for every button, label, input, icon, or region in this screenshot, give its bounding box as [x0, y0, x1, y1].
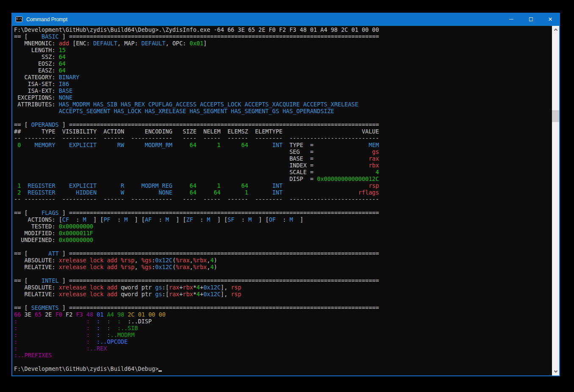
scrollbar-track[interactable] — [552, 26, 559, 375]
command-prompt-window: C:\ Command Prompt ✕ F:\Development\GitH… — [11, 13, 560, 376]
console-line: 1 REGISTER EXPLICIT R MODRM_REG 64 1 64 … — [14, 182, 552, 189]
console-line: ## TYPE VISIBILITY ACTION ENCODING SIZE … — [14, 128, 552, 135]
console-line: == [ OPERANDS ] ========================… — [14, 121, 552, 128]
console-line: MNEMONIC: add [ENC: DEFAULT, MAP: DEFAUL… — [14, 40, 552, 47]
close-button[interactable]: ✕ — [541, 13, 560, 26]
console-line: EOSZ: 64 — [14, 60, 552, 67]
console-line: == [ ATT ] =============================… — [14, 250, 552, 257]
console-line — [14, 243, 552, 250]
title-bar[interactable]: C:\ Command Prompt ✕ — [11, 13, 560, 26]
console-line: TESTED: 0x00000000 — [14, 223, 552, 230]
console-line: F:\Development\GitHub\zydis\Build64\Debu… — [14, 26, 552, 33]
console-output[interactable]: F:\Development\GitHub\zydis\Build64\Debu… — [12, 26, 552, 375]
maximize-button[interactable] — [521, 13, 541, 26]
console-line: RELATIVE: xrelease lock add %rsp, %gs:0x… — [14, 264, 552, 270]
minimize-icon — [509, 19, 513, 19]
console-line: SEG = gs — [14, 148, 552, 155]
console-line: ACCEPTS_SEGMENT HAS_LOCK HAS_XRELEASE HA… — [14, 108, 552, 114]
scrollbar-down-button[interactable] — [552, 368, 559, 375]
console-line: : : : :..MODRM — [14, 331, 552, 338]
console-line: == [ FLAGS ] ===========================… — [14, 209, 552, 216]
cmd-icon: C:\ — [16, 17, 22, 22]
console-line: MODIFIED: 0x0000011F — [14, 230, 552, 236]
console-line: == [ INTEL ] ===========================… — [14, 277, 552, 284]
console-line: EASZ: 64 — [14, 67, 552, 74]
console-line: ATTRIBUTES: HAS_MODRM HAS_SIB HAS_REX CP… — [14, 101, 552, 108]
console-line: : : : : :..SIB — [14, 325, 552, 331]
console-line: 2 REGISTER HIDDEN W NONE 64 64 1 INT rfl… — [14, 189, 552, 196]
console-line: UNDEFINED: 0x00000000 — [14, 236, 552, 243]
console-line: == [ BASIC ] ===========================… — [14, 33, 552, 40]
console-line: 66 3E 65 2E F0 F2 F3 48 01 A4 98 2C 01 0… — [14, 311, 552, 318]
console-line: SCALE = 4 — [14, 169, 552, 175]
console-line: ACTIONS: [CF : M ] [PF : M ] [AF : M ] [… — [14, 216, 552, 223]
close-icon: ✕ — [548, 17, 553, 22]
chevron-down-icon — [554, 369, 557, 372]
console-line: : : : : : :..DISP — [14, 318, 552, 325]
console-line: 0 MEMORY EXPLICIT RW MODRM_RM 64 1 64 IN… — [14, 142, 552, 148]
console-line: : : :..OPCODE — [14, 338, 552, 345]
window-title: Command Prompt — [26, 17, 502, 22]
cmd-icon-prompt-text: C:\ — [17, 17, 22, 22]
console-line: ABSOLUTE: xrelease lock add qword ptr gs… — [14, 284, 552, 291]
window-controls: ✕ — [502, 13, 560, 26]
console-line: CATEGORY: BINARY — [14, 74, 552, 81]
console-line: ISA-SET: I86 — [14, 81, 552, 87]
console-line: : :..REX — [14, 345, 552, 352]
console-line: -- --------- ---------- ------ ---------… — [14, 135, 552, 142]
console-line — [14, 359, 552, 365]
console-line: SSZ: 64 — [14, 53, 552, 60]
console-line: == [ SEGMENTS ] ========================… — [14, 304, 552, 311]
minimize-button[interactable] — [502, 13, 521, 26]
chevron-up-icon — [554, 28, 557, 32]
console-line: BASE = rax — [14, 155, 552, 162]
console-line — [14, 270, 552, 277]
console-line: -- --------- ---------- ------ ---------… — [14, 196, 552, 203]
console-line — [14, 114, 552, 121]
console-line: INDEX = rbx — [14, 162, 552, 169]
console-line: DISP = 0x000000000000012C — [14, 175, 552, 182]
console-line: RELATIVE: xrelease lock add qword ptr gs… — [14, 291, 552, 297]
console-line: F:\Development\GitHub\zydis\Build64\Debu… — [14, 365, 552, 372]
text-cursor — [158, 370, 162, 372]
console-line: EXCEPTIONS: NONE — [14, 94, 552, 101]
scrollbar-up-button[interactable] — [552, 26, 559, 33]
console-line — [14, 297, 552, 304]
scrollbar-thumb[interactable] — [552, 110, 559, 122]
console-line: :..PREFIXES — [14, 352, 552, 359]
maximize-icon — [529, 17, 533, 21]
console-line: LENGTH: 15 — [14, 47, 552, 53]
console-line: ABSOLUTE: xrelease lock add %rsp, %gs:0x… — [14, 257, 552, 264]
console-line: ISA-EXT: BASE — [14, 87, 552, 94]
console-line — [14, 203, 552, 209]
